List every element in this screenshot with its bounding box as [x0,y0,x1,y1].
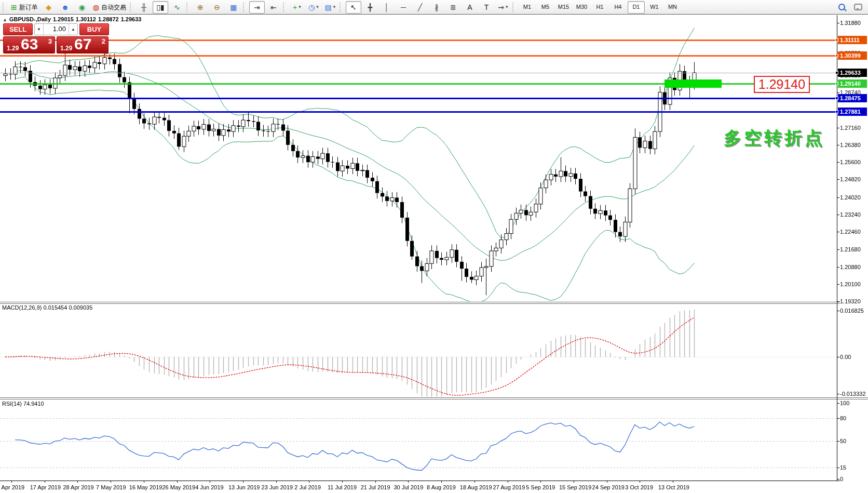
price-tick-label: 1.31880 [840,20,868,26]
toolbar-right-group [833,1,866,14]
timeframe-m5-button[interactable]: M5 [537,1,554,14]
toolbar-group-grip [512,3,516,12]
arrows-icon: ⇝ [498,4,504,11]
indicators-button[interactable]: +▾ [289,1,305,14]
templates-icon: ▤ [325,4,332,11]
price-callout-box[interactable]: 1.29140 [754,76,810,93]
price-chart-canvas[interactable] [0,0,868,493]
trendline-button[interactable]: ╱ [412,1,428,14]
signals-button[interactable]: ◉ [74,1,90,14]
date-tick-label: 15 Sep 2019 [559,484,591,490]
dropdown-caret-icon: ▾ [316,5,319,9]
date-tick-label: 13 Jun 2019 [228,484,260,490]
text-button[interactable]: A [462,1,478,14]
text-label-icon: T [484,4,489,11]
date-tick-label: 16 May 2019 [129,484,162,490]
buy-price-prefix: 1.29 [60,45,72,52]
date-tick-label: 21 Jul 2019 [361,484,390,490]
zoom-out-icon: ⊖ [214,4,220,11]
timeframe-d1-button[interactable]: D1 [628,1,645,14]
periods-button[interactable]: ◷▾ [306,1,321,14]
price-line-badge: 1.31111 [838,36,867,44]
cursor-button[interactable]: ↖ [346,1,361,14]
sell-price-box[interactable]: 1.29 63 3 [3,36,55,54]
zoom-in-button[interactable]: ⊕ [193,1,208,14]
trendline-icon: ╱ [418,4,422,11]
mt4-terminal-window: ⊞新订单◆☻◉◍自动交易╫▯▮∿⊕⊖▦⇥⇤+▾◷▾▤▾↖╋│─╱∦≣AT⇝▾M1… [0,0,868,493]
buy-button[interactable]: BUY [79,23,109,35]
line-chart-button[interactable]: ∿ [169,1,185,14]
vertical-line-button[interactable]: │ [379,1,395,14]
indicators-icon: + [293,4,297,11]
timeframe-m1-button[interactable]: M1 [519,1,536,14]
collapse-chart-icon[interactable]: ▲ [3,17,7,22]
toolbar-group: ⊞新订单◆☻◉◍自动交易 [8,1,129,14]
fibonacci-button[interactable]: ≣ [445,1,461,14]
auto-trading-button[interactable]: ◍自动交易 [91,1,128,14]
auto-trading-button-label: 自动交易 [101,4,126,10]
chat-button[interactable] [850,1,866,14]
sell-price-point: 3 [48,37,52,45]
timeframe-h4-button[interactable]: H4 [609,1,627,14]
price-line-badge-square [835,71,838,74]
search-button[interactable] [834,1,849,14]
volume-stepper[interactable]: ▼ 1.00 ▲ [34,23,78,35]
toolbar-group-grip [243,3,247,12]
horizontal-line-button[interactable]: ─ [396,1,411,14]
line-chart-icon: ∿ [174,4,180,11]
volume-increase-button[interactable]: ▲ [69,24,77,35]
templates-button[interactable]: ▤▾ [322,1,338,14]
sell-price-prefix: 1.29 [7,45,19,52]
timeframe-m30-button[interactable]: M30 [573,1,590,14]
candlestick-chart-button[interactable]: ▯▮ [153,1,168,14]
toolbar-group: ⇥⇤ [249,1,282,14]
ohlc-open: 1.29015 [53,16,74,22]
price-line-badge: 1.29140 [838,79,867,88]
community-button[interactable]: ☻ [58,1,73,14]
price-line-badge: 1.27881 [838,108,867,116]
date-tick-label: 11 Jul 2019 [328,484,357,490]
equidistant-channel-icon: ∦ [435,4,438,11]
cursor-icon: ↖ [350,4,357,11]
price-tick-label: 1.20880 [840,264,868,271]
buy-price-box[interactable]: 1.29 67 2 [57,36,108,54]
fibonacci-icon: ≣ [450,4,456,11]
bar-chart-icon: ╫ [141,4,146,11]
sell-button[interactable]: SELL [3,23,33,35]
date-tick-label: 27 Aug 2019 [493,484,525,490]
chart-shift-button[interactable]: ⇤ [266,1,281,14]
rsi-tick-label: 50 [840,438,868,445]
price-line-badge-square [835,38,838,42]
rsi-tick-label: 100 [840,400,868,407]
sell-price-pips: 63 [21,35,38,53]
date-tick-label: 26 May 2019 [162,484,196,490]
toolbar-group-grip [283,3,287,12]
equidistant-channel-button[interactable]: ∦ [429,1,444,14]
new-order-button[interactable]: ⊞新订单 [9,1,40,14]
community-icon: ☻ [61,4,69,11]
toolbar-group: ╫▯▮∿ [135,1,185,14]
tile-windows-button[interactable]: ▦ [226,1,241,14]
one-click-trading-panel: SELL ▼ 1.00 ▲ BUY 1.29 63 3 1.29 67 2 [3,23,109,54]
macd-indicator-label: MACD(12,26,9) 0.015454 0.009035 [2,304,92,311]
pivot-annotation-text[interactable]: 多空转折点 [724,126,825,150]
volume-decrease-button[interactable]: ▼ [35,24,44,35]
buy-price-point: 2 [102,37,105,45]
price-tick-label: 1.20100 [840,281,868,288]
text-label-button[interactable]: T [479,1,494,14]
price-tick-label: 1.19320 [840,298,868,305]
profiles-button[interactable]: ◆ [41,1,57,14]
timeframe-h1-button[interactable]: H1 [591,1,608,14]
bar-chart-button[interactable]: ╫ [136,1,152,14]
crosshair-button[interactable]: ╋ [362,1,378,14]
timeframe-mn-button[interactable]: MN [664,1,681,14]
candlestick-chart-icon: ▯▮ [156,4,164,11]
auto-scroll-button[interactable]: ⇥ [249,1,265,14]
timeframe-m15-button[interactable]: M15 [555,1,572,14]
rsi-tick-label: 80 [840,415,868,422]
zoom-out-button[interactable]: ⊖ [209,1,225,14]
volume-value[interactable]: 1.00 [44,24,69,35]
arrows-button[interactable]: ⇝▾ [495,1,511,14]
chart-symbol-header[interactable]: ▲GBPUSD-,Daily1.290151.301121.288721.296… [3,16,143,22]
timeframe-w1-button[interactable]: W1 [646,1,663,14]
